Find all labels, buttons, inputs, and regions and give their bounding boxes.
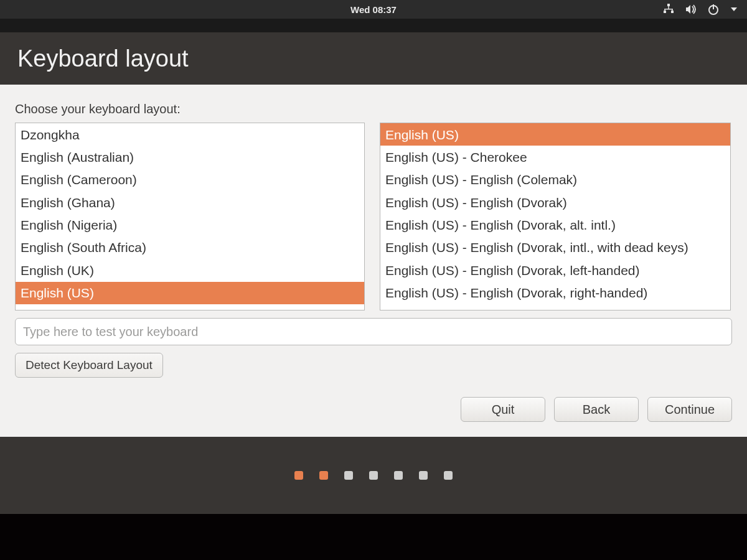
layout-language-item[interactable]: Dzongkha: [16, 123, 364, 146]
wizard-nav-row: Quit Back Continue: [15, 397, 732, 424]
layout-variant-item[interactable]: English (US) - English (Dvorak): [380, 191, 730, 213]
svg-rect-4: [664, 9, 672, 9]
layout-variant-item[interactable]: English (US) - Cherokee: [380, 146, 730, 168]
back-button[interactable]: Back: [554, 397, 639, 422]
clock: Wed 08:37: [350, 4, 397, 15]
pager-dot[interactable]: [369, 471, 378, 480]
layout-language-item[interactable]: English (Cameroon): [16, 169, 364, 191]
layout-language-listbox[interactable]: DzongkhaEnglish (Australian)English (Cam…: [15, 123, 365, 310]
layout-language-item[interactable]: English (Nigeria): [16, 214, 364, 236]
layout-variant-item[interactable]: English (US) - English (Dvorak, intl., w…: [380, 236, 730, 259]
svg-rect-2: [671, 11, 674, 13]
progress-pager: [0, 437, 747, 514]
keyboard-test-input[interactable]: [15, 318, 732, 345]
page-title: Keyboard layout: [17, 45, 189, 72]
layout-variant-item[interactable]: English (US) - English (Dvorak, right-ha…: [380, 282, 730, 304]
layout-variant-listbox[interactable]: English (US)English (US) - CherokeeEngli…: [380, 123, 731, 310]
page-title-band: Keyboard layout: [0, 32, 747, 85]
pager-dot[interactable]: [344, 471, 353, 480]
power-icon[interactable]: [707, 3, 720, 16]
window-top-strip: [0, 19, 747, 32]
svg-rect-6: [672, 9, 672, 11]
chevron-down-icon[interactable]: [730, 5, 738, 14]
layout-language-item[interactable]: English (UK): [16, 259, 364, 281]
svg-rect-3: [668, 6, 669, 9]
content-area: Choose your keyboard layout: DzongkhaEng…: [0, 85, 747, 437]
quit-button[interactable]: Quit: [461, 397, 545, 422]
layout-variant-item[interactable]: English (US) - English (Dvorak, left-han…: [380, 259, 730, 281]
layout-language-item[interactable]: English (Australian): [16, 146, 364, 168]
bottom-gap: [0, 514, 747, 560]
svg-rect-1: [664, 11, 666, 13]
pager-dot[interactable]: [419, 471, 428, 480]
pager-dot[interactable]: [294, 471, 303, 480]
volume-icon[interactable]: [685, 3, 697, 16]
system-status-area: [662, 0, 738, 19]
detect-keyboard-button[interactable]: Detect Keyboard Layout: [15, 353, 163, 378]
layout-variant-item[interactable]: English (US): [380, 123, 730, 146]
layout-variant-item[interactable]: English (US) - English (Macintosh): [380, 304, 730, 310]
pager-dot[interactable]: [394, 471, 403, 480]
layout-variant-item[interactable]: English (US) - English (Colemak): [380, 169, 730, 191]
svg-rect-5: [664, 9, 665, 11]
keyboard-layout-prompt: Choose your keyboard layout:: [15, 102, 732, 116]
pager-dot[interactable]: [319, 471, 328, 480]
layout-variant-item[interactable]: English (US) - English (Dvorak, alt. int…: [380, 214, 730, 236]
layout-language-item[interactable]: English (US): [16, 282, 364, 304]
layout-language-item[interactable]: Esperanto: [16, 304, 364, 310]
pager-dot[interactable]: [444, 471, 453, 480]
svg-rect-0: [667, 4, 670, 6]
layout-language-item[interactable]: English (Ghana): [16, 191, 364, 213]
network-icon[interactable]: [662, 3, 675, 16]
layout-language-item[interactable]: English (South Africa): [16, 236, 364, 259]
top-bar: Wed 08:37: [0, 0, 747, 19]
continue-button[interactable]: Continue: [647, 397, 732, 422]
layout-lists-row: DzongkhaEnglish (Australian)English (Cam…: [15, 123, 732, 310]
